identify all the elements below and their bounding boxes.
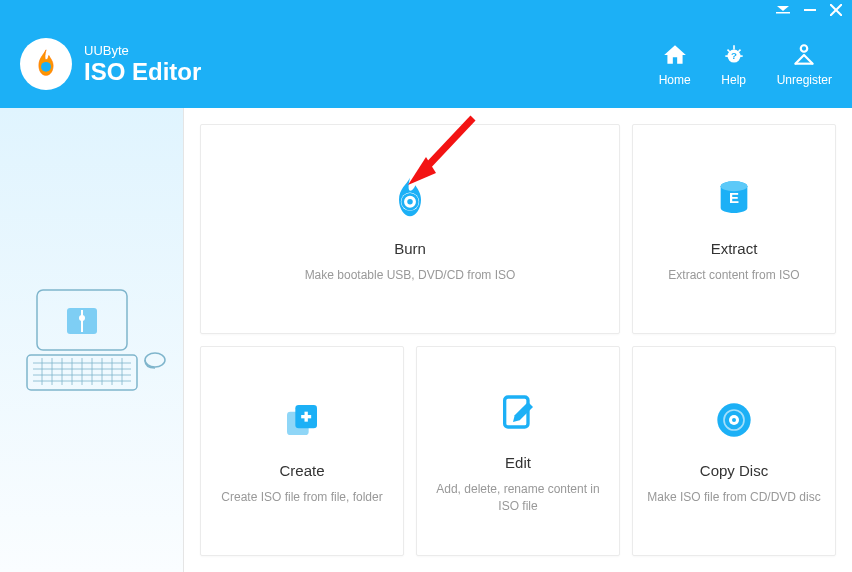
svg-point-13 <box>801 45 808 52</box>
home-icon <box>662 42 688 68</box>
tile-extract-desc: Extract content from ISO <box>668 267 799 284</box>
app-title: ISO Editor <box>84 58 201 86</box>
app-window: UUByte ISO Editor Home ? Help <box>0 0 852 572</box>
copy-disc-icon <box>710 396 758 444</box>
minimize-button[interactable] <box>804 3 816 18</box>
tile-edit-desc: Add, delete, rename content in ISO file <box>427 481 609 515</box>
nav-home-label: Home <box>659 73 691 87</box>
svg-marker-0 <box>777 6 789 11</box>
tile-create-desc: Create ISO file from file, folder <box>221 489 382 506</box>
content-grid: Burn Make bootable USB, DVD/CD from ISO … <box>184 108 852 572</box>
tile-burn-title: Burn <box>394 240 426 257</box>
header: UUByte ISO Editor Home ? Help <box>0 20 852 108</box>
svg-text:?: ? <box>731 50 737 61</box>
burn-icon <box>386 174 434 222</box>
unregister-icon <box>791 42 817 68</box>
tile-edit[interactable]: Edit Add, delete, rename content in ISO … <box>416 346 620 556</box>
svg-rect-2 <box>804 9 816 11</box>
tile-copy-title: Copy Disc <box>700 462 768 479</box>
tile-edit-title: Edit <box>505 454 531 471</box>
menu-dropdown-icon[interactable] <box>776 3 790 18</box>
svg-point-32 <box>145 353 165 367</box>
tile-create[interactable]: Create Create ISO file from file, folder <box>200 346 404 556</box>
laptop-illustration <box>17 280 167 400</box>
tile-burn[interactable]: Burn Make bootable USB, DVD/CD from ISO <box>200 124 620 334</box>
svg-rect-1 <box>776 12 790 14</box>
svg-line-11 <box>738 49 740 51</box>
help-icon: ? <box>721 42 747 68</box>
brand-name: UUByte <box>84 43 201 58</box>
tile-burn-desc: Make bootable USB, DVD/CD from ISO <box>305 267 516 284</box>
header-nav: Home ? Help <box>659 42 832 87</box>
create-icon <box>278 396 326 444</box>
edit-icon <box>494 388 542 436</box>
app-logo: UUByte ISO Editor <box>20 38 201 90</box>
tile-copy[interactable]: Copy Disc Make ISO file from CD/DVD disc <box>632 346 836 556</box>
svg-point-47 <box>732 418 736 422</box>
titlebar <box>0 0 852 20</box>
tile-extract-title: Extract <box>711 240 758 257</box>
svg-line-10 <box>727 49 729 51</box>
nav-help[interactable]: ? Help <box>721 42 747 87</box>
svg-point-35 <box>407 199 413 205</box>
extract-icon: E <box>710 174 758 222</box>
close-button[interactable] <box>830 3 842 18</box>
nav-unregister-label: Unregister <box>777 73 832 87</box>
body: Burn Make bootable USB, DVD/CD from ISO … <box>0 108 852 572</box>
svg-point-5 <box>41 62 51 72</box>
tile-create-title: Create <box>279 462 324 479</box>
tile-copy-desc: Make ISO file from CD/DVD disc <box>647 489 820 506</box>
nav-home[interactable]: Home <box>659 42 691 87</box>
sidebar <box>0 108 184 572</box>
nav-help-label: Help <box>721 73 746 87</box>
nav-unregister[interactable]: Unregister <box>777 42 832 87</box>
svg-point-17 <box>79 315 85 321</box>
flame-logo-icon <box>20 38 72 90</box>
svg-text:E: E <box>729 189 739 206</box>
tile-extract[interactable]: E Extract Extract content from ISO <box>632 124 836 334</box>
